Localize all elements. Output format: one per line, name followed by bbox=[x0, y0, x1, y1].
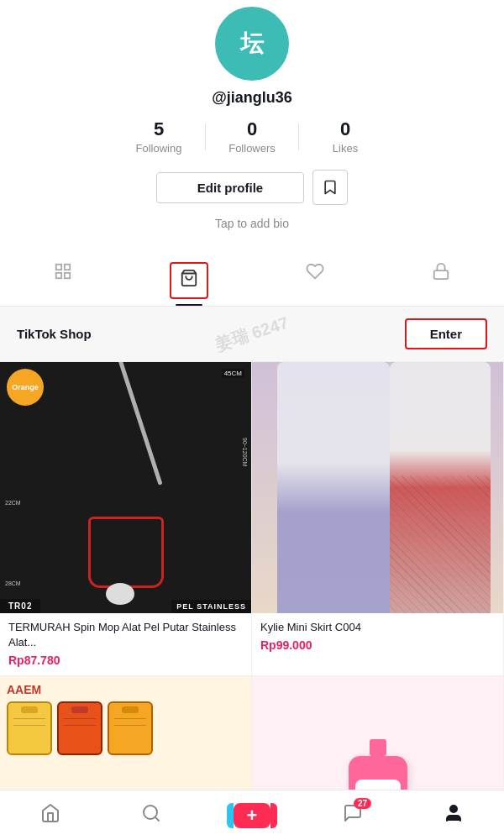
brand-aaem: AAEM bbox=[7, 683, 41, 696]
username: @jianglu36 bbox=[212, 89, 292, 107]
product-info-mop: TERMURAH Spin Mop Alat Pel Putar Stainle… bbox=[0, 613, 251, 675]
tab-shop-highlight bbox=[170, 262, 208, 299]
actions-row: Edit profile bbox=[156, 170, 348, 205]
product-price-mop: Rp87.780 bbox=[8, 654, 243, 667]
nav-profile[interactable] bbox=[403, 803, 504, 828]
message-badge-container: 27 bbox=[343, 803, 363, 828]
lock-icon bbox=[432, 262, 450, 286]
following-label: Following bbox=[136, 142, 182, 155]
nav-messages[interactable]: 27 bbox=[302, 803, 403, 828]
nav-home[interactable] bbox=[0, 803, 101, 828]
likes-label: Likes bbox=[333, 142, 358, 155]
watermark-banner: 姜瑞 6247 bbox=[213, 312, 291, 357]
enter-button[interactable]: Enter bbox=[405, 318, 487, 349]
mop-bucket-visual bbox=[88, 517, 164, 588]
following-count: 5 bbox=[154, 118, 164, 140]
dim-45cm: 45CM bbox=[222, 369, 244, 378]
dim-90cm: 90~120CM bbox=[242, 438, 248, 466]
followers-stat[interactable]: 0 Followers bbox=[206, 118, 298, 155]
tab-shop[interactable] bbox=[126, 252, 252, 306]
svg-line-7 bbox=[155, 816, 159, 820]
plus-button[interactable]: + bbox=[234, 803, 270, 828]
nav-create[interactable]: + bbox=[202, 803, 302, 828]
mop-stick-visual bbox=[118, 362, 163, 486]
likes-count: 0 bbox=[340, 118, 350, 140]
followers-label: Followers bbox=[228, 142, 276, 155]
tab-liked[interactable] bbox=[252, 252, 378, 306]
svg-rect-3 bbox=[65, 273, 70, 278]
dim-22cm: 22CM bbox=[5, 500, 21, 506]
plus-icon: + bbox=[247, 805, 258, 827]
grid-icon bbox=[54, 262, 72, 286]
shop-banner: TikTok Shop 姜瑞 6247 Enter bbox=[0, 307, 504, 362]
svg-rect-5 bbox=[434, 270, 449, 279]
shop-label: TikTok Shop bbox=[17, 327, 92, 341]
orange-brand: Orange bbox=[7, 369, 44, 406]
home-icon bbox=[40, 803, 60, 828]
profile-section: 坛 @jianglu36 5 Following 0 Followers 0 L… bbox=[0, 0, 504, 244]
shop-icon bbox=[180, 270, 198, 291]
dim-28cm: 28CM bbox=[5, 580, 21, 586]
followers-count: 0 bbox=[247, 118, 257, 140]
svg-point-8 bbox=[450, 806, 457, 812]
edit-profile-button[interactable]: Edit profile bbox=[156, 172, 304, 203]
tabs-row bbox=[0, 252, 504, 307]
products-grid: Orange 45CM 22CM 28CM 90~120CM TR02 PEL … bbox=[0, 362, 504, 840]
product-price-skirt: Rp99.000 bbox=[260, 638, 495, 652]
svg-rect-1 bbox=[65, 265, 70, 270]
search-icon bbox=[141, 803, 161, 828]
svg-rect-2 bbox=[56, 273, 61, 278]
bookmark-icon bbox=[322, 179, 339, 196]
bookmark-button[interactable] bbox=[312, 170, 348, 205]
product-name-skirt: Kylie Mini Skirt C004 bbox=[260, 620, 495, 635]
nav-search[interactable] bbox=[101, 803, 202, 828]
bio-text[interactable]: Tap to add bio bbox=[215, 217, 289, 230]
stats-row: 5 Following 0 Followers 0 Likes bbox=[0, 118, 504, 155]
bottom-nav: + 27 bbox=[0, 790, 504, 840]
likes-stat[interactable]: 0 Likes bbox=[299, 118, 391, 155]
avatar: 坛 bbox=[215, 7, 289, 81]
message-badge-count: 27 bbox=[354, 798, 371, 809]
profile-icon bbox=[444, 803, 464, 828]
heart-icon bbox=[306, 262, 324, 286]
mop-head-visual bbox=[106, 583, 134, 605]
tab-grid[interactable] bbox=[0, 252, 126, 306]
product-info-skirt: Kylie Mini Skirt C004 Rp99.000 bbox=[252, 613, 503, 660]
product-image-mop: Orange 45CM 22CM 28CM 90~120CM TR02 PEL … bbox=[0, 362, 251, 613]
product-card-skirt[interactable]: Kylie Mini Skirt C004 Rp99.000 bbox=[252, 362, 504, 676]
product-card-mop[interactable]: Orange 45CM 22CM 28CM 90~120CM TR02 PEL … bbox=[0, 362, 252, 676]
following-stat[interactable]: 5 Following bbox=[113, 118, 205, 155]
tab-private[interactable] bbox=[378, 252, 504, 306]
product-badge-tr02: TR02 bbox=[0, 599, 40, 613]
avatar-text: 坛 bbox=[240, 28, 264, 60]
svg-rect-0 bbox=[56, 265, 61, 270]
product-badge-label: PEL STAINLESS bbox=[171, 600, 251, 613]
product-image-skirt bbox=[252, 362, 503, 613]
product-name-mop: TERMURAH Spin Mop Alat Pel Putar Stainle… bbox=[8, 620, 243, 650]
